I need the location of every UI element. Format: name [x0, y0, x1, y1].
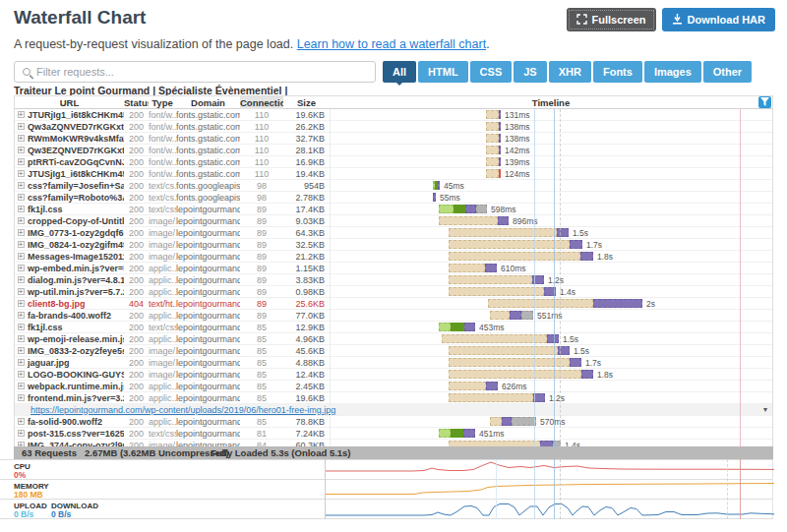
expand-icon[interactable] — [18, 394, 25, 401]
request-row[interactable]: Qw3EZQNVED7rKGKxtqIqX5...200font/w...fon… — [15, 145, 772, 156]
request-row[interactable]: wp-emoji-release.min.js?ver=...200applic… — [15, 333, 772, 345]
timing-bar[interactable]: 626ms — [449, 382, 527, 390]
timing-bar[interactable]: 551ms — [490, 311, 563, 320]
expand-icon[interactable] — [18, 111, 25, 118]
timing-bar[interactable]: 598ms — [439, 205, 516, 213]
expand-icon[interactable] — [18, 123, 25, 130]
filter-requests-input[interactable] — [36, 66, 332, 78]
request-row[interactable]: webpack.runtime.min.js?ver...200applic..… — [15, 381, 772, 392]
tab-images[interactable]: Images — [644, 61, 701, 83]
timing-bar[interactable]: 139ms — [486, 157, 530, 166]
request-row[interactable]: css?family=Josefin+Sans%3...200text/cs..… — [15, 180, 772, 192]
expand-icon[interactable] — [18, 383, 25, 389]
download-har-button[interactable]: Download HAR — [662, 8, 775, 31]
expand-icon[interactable] — [18, 335, 25, 342]
request-row[interactable]: JTURjIg1_i6t8kCHKm45_dJE...200font/w...f… — [15, 109, 772, 121]
tab-xhr[interactable]: XHR — [549, 61, 591, 83]
request-row[interactable]: dialog.min.js?ver=4.8.1200applic...lepoi… — [15, 274, 772, 286]
expand-icon[interactable] — [18, 241, 25, 248]
request-row[interactable]: cropped-Copy-of-Untitled-1-1...200image/… — [15, 215, 772, 227]
timing-bar[interactable]: 1.5s — [449, 228, 588, 237]
timing-bar[interactable]: 138ms — [486, 122, 530, 131]
request-row[interactable]: wp-embed.min.js?ver=5.7.2200applic...lep… — [15, 263, 772, 274]
timing-bar[interactable]: 1.7s — [449, 358, 601, 367]
request-row[interactable]: fk1jl.css200text/csslepointgourmand.com8… — [15, 204, 772, 215]
expand-icon[interactable] — [18, 300, 25, 307]
expand-icon[interactable] — [18, 135, 25, 142]
waterfall-help-link[interactable]: Learn how to read a waterfall chart — [297, 37, 486, 51]
request-row[interactable]: RWmMoKWR9v4ksMfaWd_J...200font/w...fonts… — [15, 133, 772, 145]
expand-icon[interactable] — [18, 158, 25, 165]
request-row[interactable]: fa-brands-400.woff2200applic...lepointgo… — [15, 310, 772, 322]
column-header-status[interactable]: Status — [124, 96, 149, 109]
expand-icon[interactable] — [18, 182, 25, 189]
tab-js[interactable]: JS — [514, 61, 546, 83]
column-header-domain[interactable]: Domain — [176, 96, 240, 109]
expand-icon[interactable] — [18, 265, 25, 271]
request-row[interactable]: wp-util.min.js?ver=5.7.2200applic...lepo… — [15, 286, 772, 298]
request-row[interactable]: frontend.min.js?ver=3.2.5200applic...lep… — [15, 392, 772, 404]
tab-other[interactable]: Other — [703, 61, 752, 83]
request-row[interactable]: css?family=Roboto%3A100%...200text/cs...… — [15, 192, 772, 204]
request-row[interactable]: ptRRTi-cavZOGqCvnNJDl5m...200font/w...fo… — [15, 156, 772, 168]
tab-css[interactable]: CSS — [470, 61, 513, 83]
request-row[interactable]: LOGO-BOOKING-GUYS-v2.png200image/...lepo… — [15, 369, 772, 381]
chevron-down-icon[interactable]: ▾ — [763, 404, 767, 416]
expand-icon[interactable] — [18, 147, 25, 153]
timing-bar[interactable]: 1.5s — [449, 346, 589, 355]
request-row[interactable]: Qw3aZQNVED7rKGKxtqIqX5...200font/w...fon… — [15, 121, 772, 133]
expand-icon[interactable] — [18, 371, 25, 378]
timing-bar[interactable]: 142ms — [486, 146, 530, 154]
timing-bar[interactable]: 451ms — [439, 429, 505, 438]
expand-icon[interactable] — [18, 170, 25, 177]
tab-all[interactable]: All — [383, 61, 416, 83]
expand-icon[interactable] — [18, 229, 25, 236]
timing-bar[interactable]: 1.7s — [449, 240, 602, 249]
timing-bar[interactable]: 45ms — [433, 181, 464, 190]
timing-bar[interactable]: 1.2s — [449, 393, 565, 402]
fullscreen-button[interactable]: Fullscreen — [567, 8, 656, 31]
column-header-connection[interactable]: Connection — [240, 96, 283, 109]
expand-icon[interactable] — [18, 347, 25, 354]
expand-icon[interactable] — [18, 312, 25, 319]
column-header-url[interactable]: URL — [15, 96, 124, 109]
expand-icon[interactable] — [18, 194, 25, 201]
request-row[interactable]: fk1jl.css200text/csslepointgourmand.com8… — [15, 322, 772, 333]
timing-bar[interactable]: 1.2s — [449, 275, 564, 284]
expand-icon[interactable] — [18, 324, 25, 330]
timeline-filter-button[interactable] — [758, 96, 771, 108]
timing-bar[interactable]: 1.8s — [449, 252, 613, 261]
request-row[interactable]: post-315.css?ver=1625836761200text/cssle… — [15, 428, 772, 440]
expand-icon[interactable] — [18, 288, 25, 295]
timing-bar[interactable]: 453ms — [439, 323, 505, 331]
timing-bar[interactable]: 1.5s — [442, 334, 578, 343]
expand-icon[interactable] — [18, 253, 25, 260]
timing-bar[interactable]: 131ms — [486, 110, 530, 119]
request-row[interactable]: IMG_0833-2-ozy2feye5s04bq...200image/...… — [15, 345, 772, 357]
timing-bar[interactable]: 124ms — [486, 169, 530, 178]
timing-bar[interactable]: 138ms — [486, 134, 530, 143]
column-header-timeline[interactable]: Timeline — [330, 96, 772, 109]
request-row[interactable]: fa-solid-900.woff2200applic...lepointgou… — [15, 416, 772, 428]
timing-bar[interactable]: 896ms — [439, 216, 538, 225]
expand-icon[interactable] — [18, 217, 25, 224]
request-row[interactable]: client8-bg.jpg404text/ht...lepointgourma… — [15, 298, 772, 310]
expand-icon[interactable] — [18, 276, 25, 283]
expand-icon[interactable] — [18, 206, 25, 212]
expand-icon[interactable] — [18, 418, 25, 425]
column-header-size[interactable]: Size — [283, 96, 330, 109]
request-row[interactable]: IMG_0773-1-ozy2gdqf6nbq9b...200image/...… — [15, 227, 772, 239]
request-row[interactable]: jaguar.jpg200image/...lepointgourmand.co… — [15, 357, 772, 369]
request-row-link[interactable]: https://lepointgourmand.com/wp-content/u… — [15, 404, 772, 416]
request-url-link[interactable]: https://lepointgourmand.com/wp-content/u… — [15, 405, 335, 415]
timing-bar[interactable]: 2s — [488, 299, 655, 308]
timing-bar[interactable]: 55ms — [433, 193, 460, 202]
timing-bar[interactable]: 610ms — [449, 264, 526, 272]
column-header-type[interactable]: Type — [149, 96, 176, 109]
expand-icon[interactable] — [18, 359, 25, 366]
timing-bar[interactable]: 1.4s — [449, 287, 575, 296]
tab-fonts[interactable]: Fonts — [593, 61, 642, 83]
timing-bar[interactable]: 1.8s — [449, 370, 613, 379]
request-row[interactable]: IMG_0824-1-ozy2gifm4ti5vcv...200image/..… — [15, 239, 772, 251]
request-row[interactable]: Messages-Image1520114787....200image/...… — [15, 251, 772, 263]
